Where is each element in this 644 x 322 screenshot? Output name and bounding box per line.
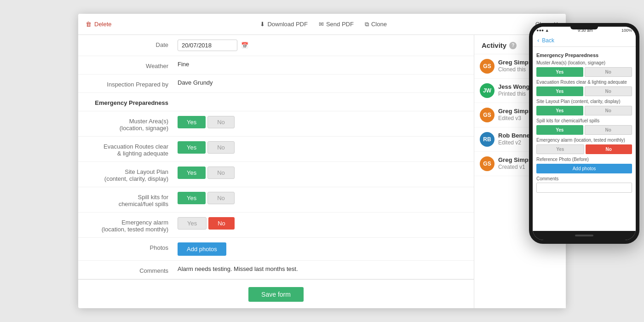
alarm-yes-button[interactable]: Yes bbox=[178, 217, 207, 230]
phone-comments-box[interactable] bbox=[536, 183, 632, 193]
clone-button[interactable]: ⧉ Clone bbox=[365, 21, 387, 28]
layout-row: Site Layout Plan (content, clarity, disp… bbox=[78, 162, 474, 187]
phone-muster-yn: Yes No bbox=[536, 67, 632, 77]
layout-yes-button[interactable]: Yes bbox=[178, 167, 206, 179]
phone-home-dot[interactable] bbox=[575, 235, 593, 236]
clone-icon: ⧉ bbox=[365, 21, 369, 28]
spill-value: Yes No bbox=[178, 192, 466, 204]
phone-evacuation-yes[interactable]: Yes bbox=[536, 86, 583, 96]
evacuation-label: Evacuation Routes clear & lighting adequ… bbox=[86, 141, 178, 157]
layout-yn-group: Yes No bbox=[178, 167, 235, 179]
weather-text: Fine bbox=[178, 61, 189, 68]
phone-mockup: ●●● ▲ 9:30 am 100% ‹ Back Emergency Prep… bbox=[529, 23, 639, 244]
alarm-value: Yes No bbox=[178, 217, 466, 230]
phone-back-arrow: ‹ bbox=[537, 37, 539, 44]
weather-row: Weather Fine bbox=[78, 56, 474, 75]
form-area: Date 📅 Weather Fine Inspection Prepared … bbox=[78, 35, 474, 308]
date-input[interactable] bbox=[178, 40, 237, 51]
emergency-label: Emergency Preparedness bbox=[86, 98, 178, 106]
download-pdf-label: Download PDF bbox=[267, 21, 307, 28]
avatar-1: JW bbox=[480, 83, 494, 98]
phone-muster-label: Muster Area(s) (location, signage) bbox=[536, 60, 632, 65]
delete-button[interactable]: 🗑 Delete bbox=[86, 21, 112, 28]
date-label: Date bbox=[86, 40, 178, 48]
alarm-no-button[interactable]: No bbox=[208, 217, 235, 230]
layout-no-button[interactable]: No bbox=[207, 167, 235, 179]
spill-no-button[interactable]: No bbox=[207, 192, 235, 204]
muster-yn-group: Yes No bbox=[178, 116, 235, 128]
download-icon: ⬇ bbox=[260, 21, 265, 28]
download-pdf-button[interactable]: ⬇ Download PDF bbox=[260, 21, 307, 28]
alarm-label: Emergency alarm (location, tested monthl… bbox=[86, 217, 178, 233]
muster-no-button[interactable]: No bbox=[207, 116, 235, 128]
comments-value: Alarm needs testing. Missed last months … bbox=[178, 265, 466, 272]
inspection-row: Inspection Prepared by Dave Grundy bbox=[78, 75, 474, 93]
inspection-label: Inspection Prepared by bbox=[86, 79, 178, 88]
delete-label: Delete bbox=[94, 21, 112, 28]
phone-battery: 100% bbox=[621, 28, 632, 33]
phone-alarm-label: Emergency alarm (location, tested monthl… bbox=[536, 138, 632, 143]
phone-content: Emergency Preparedness Muster Area(s) (l… bbox=[533, 47, 636, 231]
spill-row: Spill kits for chemical/fuel spills Yes … bbox=[78, 187, 474, 213]
phone-back-button[interactable]: Back bbox=[542, 37, 554, 44]
page-wrapper: 🗑 Delete ⬇ Download PDF ✉ Send PDF ⧉ Clo… bbox=[0, 0, 644, 322]
phone-layout-no[interactable]: No bbox=[585, 106, 632, 115]
phone-comments-label: Comments bbox=[536, 176, 632, 181]
spill-yn-group: Yes No bbox=[178, 192, 235, 204]
phone-reference-label: Reference Photo (Before) bbox=[536, 157, 632, 162]
phone-spill-no[interactable]: No bbox=[585, 125, 632, 135]
phone-spill-yes[interactable]: Yes bbox=[536, 125, 583, 135]
phone-signal: ●●● ▲ bbox=[536, 28, 549, 33]
muster-row: Muster Area(s) (location, signage) Yes N… bbox=[78, 111, 474, 137]
muster-label: Muster Area(s) (location, signage) bbox=[86, 116, 178, 132]
spill-yes-button[interactable]: Yes bbox=[178, 192, 206, 204]
photos-label: Photos bbox=[86, 242, 178, 251]
toolbar-center: ⬇ Download PDF ✉ Send PDF ⧉ Clone bbox=[112, 21, 535, 28]
date-value-group: 📅 bbox=[178, 40, 466, 51]
phone-muster-no[interactable]: No bbox=[585, 67, 632, 77]
phone-nav: ‹ Back bbox=[533, 34, 636, 47]
phone-alarm-yes[interactable]: Yes bbox=[536, 144, 584, 154]
avatar-0: GS bbox=[480, 59, 494, 74]
activity-title: Activity bbox=[482, 41, 506, 49]
send-icon: ✉ bbox=[319, 21, 324, 28]
phone-spill-yn: Yes No bbox=[536, 125, 632, 135]
date-row: Date 📅 bbox=[78, 35, 474, 56]
avatar-4: GS bbox=[480, 156, 494, 171]
help-icon[interactable]: ? bbox=[509, 42, 517, 49]
muster-value: Yes No bbox=[178, 116, 466, 128]
send-pdf-button[interactable]: ✉ Send PDF bbox=[319, 21, 354, 28]
phone-spill-label: Spill kits for chemical/fuel spills bbox=[536, 118, 632, 123]
phone-layout-yes[interactable]: Yes bbox=[536, 106, 583, 115]
phone-add-photos-button[interactable]: Add photos bbox=[536, 164, 632, 173]
inspection-value: Dave Grundy bbox=[178, 79, 466, 86]
phone-evacuation-no[interactable]: No bbox=[585, 86, 632, 96]
emergency-heading-row: Emergency Preparedness bbox=[78, 93, 474, 111]
calendar-icon[interactable]: 📅 bbox=[241, 42, 248, 49]
main-modal: 🗑 Delete ⬇ Download PDF ✉ Send PDF ⧉ Clo… bbox=[78, 14, 566, 308]
phone-alarm-no[interactable]: No bbox=[586, 144, 632, 154]
phone-notch bbox=[570, 27, 598, 29]
evacuation-no-button[interactable]: No bbox=[207, 141, 235, 154]
phone-screen: ●●● ▲ 9:30 am 100% ‹ Back Emergency Prep… bbox=[533, 27, 636, 240]
inspection-text: Dave Grundy bbox=[178, 79, 213, 86]
photos-row: Photos Add photos bbox=[78, 238, 474, 261]
phone-muster-yes[interactable]: Yes bbox=[536, 67, 583, 77]
clone-label: Clone bbox=[371, 21, 387, 28]
comments-label: Comments bbox=[86, 265, 178, 274]
avatar-2: GS bbox=[480, 108, 494, 122]
trash-icon: 🗑 bbox=[86, 21, 92, 28]
evacuation-yes-button[interactable]: Yes bbox=[178, 141, 206, 154]
comments-row: Comments Alarm needs testing. Missed las… bbox=[78, 261, 474, 279]
save-button[interactable]: Save form bbox=[248, 287, 304, 302]
weather-value: Fine bbox=[178, 61, 466, 68]
form-footer: Save form bbox=[78, 279, 474, 308]
add-photos-button[interactable]: Add photos bbox=[178, 242, 226, 256]
toolbar: 🗑 Delete ⬇ Download PDF ✉ Send PDF ⧉ Clo… bbox=[78, 14, 566, 35]
evacuation-value: Yes No bbox=[178, 141, 466, 154]
phone-layout-yn: Yes No bbox=[536, 106, 632, 115]
phone-home-indicator bbox=[533, 231, 636, 240]
spill-label: Spill kits for chemical/fuel spills bbox=[86, 192, 178, 207]
muster-yes-button[interactable]: Yes bbox=[178, 116, 206, 128]
comments-text: Alarm needs testing. Missed last months … bbox=[178, 265, 298, 272]
